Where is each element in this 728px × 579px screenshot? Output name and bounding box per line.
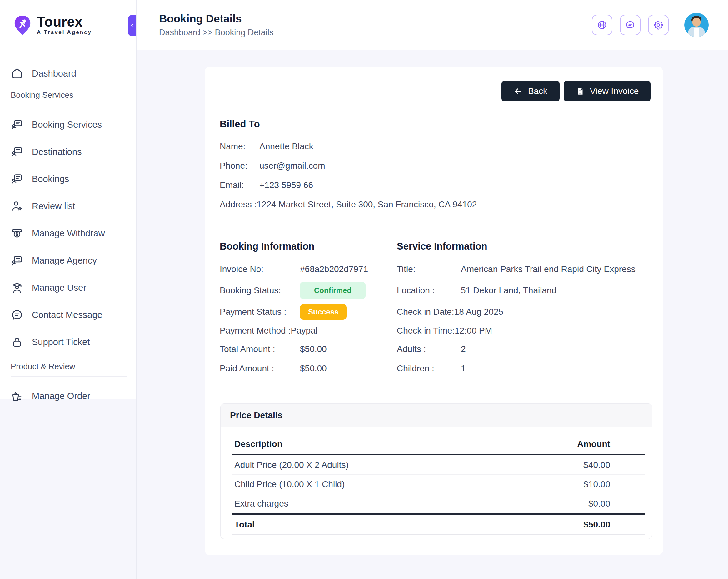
settings-button[interactable] [648,15,669,35]
chat-user-icon [10,145,23,158]
billed-to-heading: Billed To [220,118,477,131]
checkin-date-value: 18 Aug 2025 [454,307,503,317]
sidebar-item-label: Manage Order [32,391,90,401]
paid-amount-label: Paid Amount : [220,363,300,374]
view-invoice-button[interactable]: View Invoice [564,81,651,102]
home-icon [10,67,23,80]
sidebar-item-label: Bookings [32,174,69,184]
sidebar-item-label: Contact Message [32,310,103,320]
row-amount: $10.00 [545,479,645,489]
top-header: Booking Details Dashboard >> Booking Det… [137,0,728,50]
sidebar-item-dashboard[interactable]: Dashboard [10,66,136,81]
sidebar-item-support-ticket[interactable]: Support Ticket [10,334,136,350]
booking-status-badge: Confirmed [300,282,366,299]
id-card-icon [10,254,23,267]
payment-method-row: Payment Method : Paypal [220,322,397,339]
description-column-header: Description [232,439,545,449]
sidebar-item-label: Manage User [32,283,86,293]
arrow-left-icon [514,86,523,96]
sidebar-section-booking-services: Booking Services [10,90,136,100]
payment-method-value: Paypal [291,326,317,336]
avatar-tee [694,28,699,37]
children-label: Children : [397,363,461,374]
gear-icon [653,20,664,30]
user-star-icon [10,200,23,213]
language-button[interactable] [592,15,613,35]
amount-column-header: Amount [545,439,645,449]
booking-status-label: Booking Status: [220,285,300,296]
payment-status-label: Payment Status : [220,307,300,317]
sidebar-item-label: Support Ticket [32,337,90,347]
total-amount-row: Total Amount : $50.00 [220,339,397,359]
back-button-label: Back [528,86,547,96]
phone-label: Phone: [220,161,259,171]
page-title: Booking Details [159,12,274,25]
total-amount-label: Total Amount : [220,344,300,354]
lock-icon [10,336,23,349]
address-label: Address : [220,199,257,210]
logo-area: Tourex A Travel Agency [0,0,136,50]
row-amount: $40.00 [545,460,645,470]
checkin-date-label: Check in Date: [397,307,454,317]
sidebar-item-label: Dashboard [32,68,76,79]
service-title-row: Title: American Parks Trail end Rapid Ci… [397,259,652,279]
booking-details-page: Tourex A Travel Agency Dashboard Booking… [0,0,728,579]
sidebar-menu: Dashboard Booking Services Booking Servi… [0,50,136,399]
sidebar-item-contact-message[interactable]: Contact Message [10,307,136,322]
booking-details-card: Back View Invoice Billed To Name: Annett… [205,66,663,555]
chat-icon [625,20,635,30]
service-title-value: American Parks Trail end Rapid City Expr… [461,264,635,274]
price-table-header: Description Amount [232,434,645,455]
paid-amount-row: Paid Amount : $50.00 [220,359,397,378]
children-row: Children : 1 [397,359,652,378]
booking-status-row: Booking Status: Confirmed [220,279,397,302]
billed-to-section: Billed To Name: Annette Black Phone: use… [220,118,477,214]
message-circle-icon [10,308,23,321]
breadcrumb[interactable]: Dashboard >> Booking Details [159,28,274,37]
service-information-section: Service Information Title: American Park… [397,240,652,378]
section-divider [10,105,127,105]
sidebar-item-manage-agency[interactable]: Manage Agency [10,253,136,268]
row-description: Adult Price (20.00 X 2 Adults) [232,460,545,470]
location-value: 51 Dekor Land, Thailand [461,285,556,296]
sidebar-item-label: Manage Withdraw [32,228,105,239]
price-details-heading: Price Details [220,404,652,427]
user-avatar[interactable] [684,13,709,37]
chevron-left-icon [130,23,135,28]
sidebar-collapse-button[interactable] [128,15,136,36]
basket-icon [10,390,23,403]
payment-method-label: Payment Method : [220,326,291,336]
service-title-label: Title: [397,264,461,274]
row-description: Child Price (10.00 X 1 Child) [232,479,545,489]
sidebar-item-review-list[interactable]: Review list [10,199,136,214]
sidebar-section-product-review: Product & Review [10,362,136,371]
name-label: Name: [220,141,259,151]
invoice-label: Invoice No: [220,264,300,274]
sidebar: Tourex A Travel Agency Dashboard Booking… [0,0,136,579]
back-button[interactable]: Back [501,81,560,102]
table-row: Adult Price (20.00 X 2 Adults) $40.00 [232,455,645,475]
sidebar-item-bookings[interactable]: Bookings [10,171,136,187]
sidebar-item-destinations[interactable]: Destinations [10,144,136,159]
sidebar-item-label: Review list [32,201,75,212]
children-value: 1 [461,363,466,374]
page-heading: Booking Details Dashboard >> Booking Det… [159,12,274,37]
billed-address-row: Address : 1224 Market Street, Suite 300,… [220,195,477,214]
adults-label: Adults : [397,344,461,354]
sidebar-item-manage-withdraw[interactable]: Manage Withdraw [10,226,136,241]
total-row: Total $50.00 [232,514,645,535]
messages-button[interactable] [620,15,641,35]
paid-amount-value: $50.00 [300,363,327,374]
location-label: Location : [397,285,461,296]
table-row: Extra charges $0.00 [232,494,645,514]
sidebar-item-booking-services[interactable]: Booking Services [10,117,136,132]
view-invoice-label: View Invoice [590,86,639,96]
sidebar-item-label: Manage Agency [32,255,97,266]
sidebar-item-label: Destinations [32,147,82,157]
brand-tagline: A Travel Agency [37,29,92,36]
phone-value: user@gmail.com [259,161,325,171]
sidebar-item-manage-order[interactable]: Manage Order [10,388,136,404]
globe-icon [597,20,607,30]
booking-info-heading: Booking Information [220,240,397,253]
sidebar-item-manage-user[interactable]: Manage User [10,280,136,295]
